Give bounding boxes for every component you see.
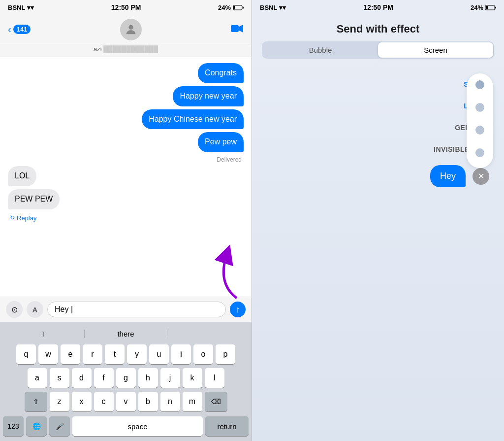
key-microphone[interactable]: 🎤 xyxy=(49,416,70,436)
send-icon: ↑ xyxy=(236,305,240,315)
key-n[interactable]: n xyxy=(160,392,180,411)
person-icon xyxy=(124,23,138,36)
right-battery-icon xyxy=(485,5,496,10)
svg-point-3 xyxy=(128,25,133,29)
key-space[interactable]: space xyxy=(72,416,203,436)
contact-name: azi ████████████ xyxy=(0,44,252,57)
send-button[interactable]: ↑ xyxy=(230,302,246,317)
tab-screen[interactable]: Screen xyxy=(378,42,493,58)
key-t[interactable]: t xyxy=(105,344,125,364)
key-b[interactable]: b xyxy=(138,392,158,411)
delivered-status: Delivered xyxy=(8,156,242,163)
right-carrier: BSNL xyxy=(260,4,277,11)
key-q[interactable]: q xyxy=(16,344,36,364)
svg-rect-8 xyxy=(486,6,488,9)
suggestion-1[interactable]: I xyxy=(2,330,85,338)
key-f[interactable]: f xyxy=(94,368,114,388)
svg-marker-5 xyxy=(239,25,243,33)
key-u[interactable]: u xyxy=(149,344,169,364)
radio-loud xyxy=(475,103,484,112)
right-time: 12:50 PM xyxy=(363,3,393,11)
effects-pill xyxy=(467,73,493,168)
effect-title: Send with effect xyxy=(252,15,504,41)
key-z[interactable]: z xyxy=(50,392,69,411)
back-badge[interactable]: 141 xyxy=(13,25,31,34)
message-lol: LOL xyxy=(8,166,244,186)
key-p[interactable]: p xyxy=(216,344,235,364)
right-status-right: 24% xyxy=(471,4,496,11)
keyboard: I there q w e r t y u i o p a s d xyxy=(0,322,252,441)
tab-bubble[interactable]: Bubble xyxy=(263,42,378,58)
keyboard-row-4: 123 🌐 🎤 space return xyxy=(3,415,249,437)
keyboard-row-3: ⇧ z x c v b n m ⌫ xyxy=(3,392,249,411)
svg-rect-9 xyxy=(495,6,496,8)
video-icon xyxy=(231,24,244,33)
key-shift[interactable]: ⇧ xyxy=(25,392,47,411)
key-l[interactable]: l xyxy=(205,368,224,388)
nav-bar: ‹ 141 xyxy=(0,15,252,44)
svg-rect-1 xyxy=(233,6,235,9)
key-a[interactable]: a xyxy=(28,368,47,388)
message-congrats: Congrats xyxy=(8,63,244,83)
left-time: 12:50 PM xyxy=(111,3,141,11)
avatar[interactable] xyxy=(120,19,142,40)
key-w[interactable]: w xyxy=(38,344,58,364)
key-numbers[interactable]: 123 xyxy=(3,416,24,436)
app-store-button[interactable]: A xyxy=(27,301,43,318)
key-i[interactable]: i xyxy=(171,344,191,364)
video-call-button[interactable] xyxy=(231,23,244,36)
close-button[interactable]: ✕ xyxy=(472,168,489,185)
replay-icon: ↻ xyxy=(10,214,15,221)
message-pew-pew: Pew pew xyxy=(8,132,244,152)
message-pew-pew-incoming: PEW PEW xyxy=(8,189,244,209)
bubble-chinese-new-year: Happy Chinese new year xyxy=(142,109,244,130)
radio-slam xyxy=(475,80,484,89)
svg-rect-2 xyxy=(243,6,244,8)
bubble-lol: LOL xyxy=(8,166,36,186)
suggestion-2[interactable]: there xyxy=(85,330,167,338)
message-happy-new-year: Happy new year xyxy=(8,86,244,106)
key-c[interactable]: c xyxy=(94,392,114,411)
keyboard-suggestions: I there xyxy=(2,325,250,342)
key-x[interactable]: x xyxy=(72,392,92,411)
back-button[interactable]: ‹ 141 xyxy=(8,24,31,35)
radio-gentle xyxy=(475,126,484,135)
keyboard-rows: q w e r t y u i o p a s d f g h j k xyxy=(2,342,250,439)
left-panel: BSNL ▾▾ 12:50 PM 24% ‹ 141 xyxy=(0,0,252,441)
key-j[interactable]: j xyxy=(160,368,180,388)
key-r[interactable]: r xyxy=(83,344,102,364)
key-delete[interactable]: ⌫ xyxy=(205,392,227,411)
message-input[interactable]: Hey | xyxy=(55,305,219,314)
left-carrier: BSNL xyxy=(8,4,25,11)
key-v[interactable]: v xyxy=(116,392,136,411)
camera-button[interactable]: ⊙ xyxy=(6,301,23,318)
key-k[interactable]: k xyxy=(183,368,202,388)
left-battery: 24% xyxy=(218,4,231,11)
key-y[interactable]: y xyxy=(127,344,147,364)
key-e[interactable]: e xyxy=(61,344,80,364)
keyboard-row-1: q w e r t y u i o p xyxy=(3,344,249,364)
key-d[interactable]: d xyxy=(72,368,92,388)
chevron-left-icon: ‹ xyxy=(8,24,11,35)
preview-bubble: Hey xyxy=(430,165,466,187)
key-o[interactable]: o xyxy=(193,344,213,364)
left-status-bar: BSNL ▾▾ 12:50 PM 24% xyxy=(0,0,252,15)
bubble-happy-new-year: Happy new year xyxy=(173,86,244,106)
key-h[interactable]: h xyxy=(138,368,158,388)
key-s[interactable]: s xyxy=(50,368,69,388)
key-m[interactable]: m xyxy=(183,392,202,411)
battery-icon xyxy=(233,5,244,10)
key-globe[interactable]: 🌐 xyxy=(26,416,47,436)
left-status-left: BSNL ▾▾ xyxy=(8,4,34,11)
preview-row: Hey ✕ xyxy=(252,153,504,197)
message-input-wrap: Hey | xyxy=(47,302,226,317)
input-row: ⊙ A Hey | ↑ xyxy=(0,297,252,322)
key-return[interactable]: return xyxy=(205,416,249,436)
close-icon: ✕ xyxy=(478,171,484,181)
tab-bar: Bubble Screen xyxy=(262,41,494,59)
messages-area: Congrats Happy new year Happy Chinese ne… xyxy=(0,57,252,297)
message-chinese-new-year: Happy Chinese new year xyxy=(8,109,244,130)
key-g[interactable]: g xyxy=(116,368,136,388)
replay-button[interactable]: ↻ Replay xyxy=(10,214,244,222)
camera-icon: ⊙ xyxy=(11,305,18,314)
